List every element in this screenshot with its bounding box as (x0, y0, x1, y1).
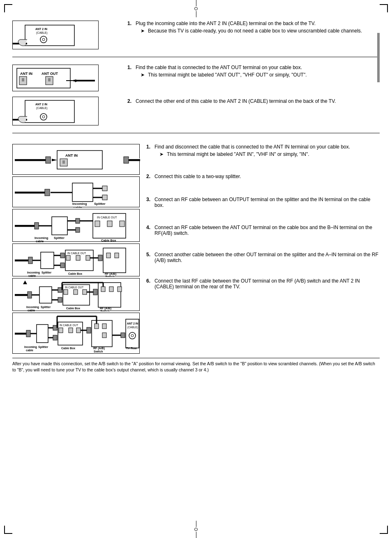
corner-mark-tr (380, 4, 388, 12)
svg-rect-78 (86, 255, 90, 260)
step3-3-num: 3. (146, 197, 153, 208)
svg-text:cable: cable (26, 349, 33, 352)
svg-rect-102 (64, 290, 68, 295)
step3-3-text: Connect an RF cable between an OUTPUT te… (154, 197, 370, 208)
svg-rect-93 (28, 292, 32, 298)
step2-1-arrow: ➤ (141, 72, 146, 78)
svg-text:Incoming: Incoming (24, 346, 37, 349)
svg-text:ANT IN: ANT IN (20, 72, 32, 76)
svg-rect-139 (102, 333, 106, 338)
svg-rect-59 (107, 221, 112, 227)
step2-1-num: 1. (127, 65, 134, 78)
svg-rect-132 (69, 328, 73, 333)
step3-1-sub-text: This terminal might be labeled "ANT IN",… (167, 151, 309, 157)
svg-text:Incoming: Incoming (27, 271, 40, 274)
svg-rect-76 (66, 255, 70, 260)
svg-text:Splitter: Splitter (94, 202, 106, 206)
svg-text:Switch: Switch (100, 310, 110, 311)
svg-rect-42 (102, 195, 107, 200)
step3-1-content: Find and disconnect the cable that is co… (154, 144, 380, 157)
svg-text:Splitter: Splitter (54, 236, 65, 240)
section3-diag5: IN CABLE OUT Incoming (12, 278, 140, 311)
svg-rect-138 (102, 324, 106, 329)
svg-rect-31 (124, 157, 129, 163)
step3-6-content: Connect the last RF cable between the OU… (154, 278, 380, 290)
svg-rect-131 (59, 328, 63, 333)
step2-1-content: Find the cable that is connected to the … (136, 65, 380, 78)
section3-svg6: IN CABLE OUT (13, 313, 140, 354)
svg-rect-135 (87, 327, 91, 333)
svg-text:Cable Box: Cable Box (66, 307, 80, 310)
step2-2-num: 2. (127, 98, 134, 104)
section1-text-col: 1. Plug the incoming cable into the ANT … (127, 21, 380, 49)
step1-1-sub: ➤ Because this TV is cable-ready, you do… (136, 28, 380, 34)
svg-rect-58 (95, 221, 100, 227)
svg-text:Incoming: Incoming (72, 202, 87, 206)
step3-1-arrow: ➤ (159, 151, 165, 157)
svg-point-4 (42, 38, 45, 41)
svg-rect-54 (76, 227, 80, 232)
step3-4-text: Connect an RF cable between the ANT OUT … (154, 225, 372, 236)
svg-rect-30 (62, 160, 65, 164)
step3-4-content: Connect an RF cable between the ANT OUT … (154, 225, 380, 236)
svg-text:ANT OUT: ANT OUT (42, 72, 58, 76)
step3-4-num: 4. (146, 225, 153, 236)
step1-1-arrow: ➤ (141, 28, 146, 34)
svg-rect-123 (37, 325, 48, 343)
svg-text:TV Rear: TV Rear (126, 347, 137, 350)
svg-text:ANT 2 IN: ANT 2 IN (35, 103, 47, 106)
svg-rect-81 (103, 248, 126, 273)
svg-rect-104 (83, 290, 87, 295)
step3-2: 2. Connect this cable to a two-way split… (146, 174, 380, 179)
svg-text:Incoming: Incoming (26, 306, 39, 309)
svg-point-21 (42, 116, 45, 118)
svg-rect-106 (93, 289, 97, 295)
svg-rect-80 (98, 255, 102, 261)
step3-6-text: Connect the last RF cable between the OU… (154, 278, 360, 290)
svg-rect-17 (25, 100, 74, 123)
svg-rect-13 (48, 78, 51, 81)
top-center-mark (194, 0, 198, 17)
svg-rect-77 (76, 255, 80, 260)
svg-text:IN  CABLE  OUT: IN CABLE OUT (97, 216, 117, 219)
section2-diagram-col: ANT IN ANT OUT (12, 65, 119, 125)
section2-diagram1: ANT IN ANT OUT (12, 65, 99, 91)
step3-5-num: 5. (146, 252, 153, 263)
svg-rect-94 (39, 287, 52, 303)
svg-rect-103 (74, 290, 78, 295)
svg-text:IN CABLE OUT: IN CABLE OUT (60, 324, 78, 327)
svg-rect-0 (25, 25, 74, 46)
svg-rect-128 (53, 335, 57, 340)
svg-rect-25 (46, 157, 51, 163)
section3-diag6: IN CABLE OUT (12, 313, 140, 354)
svg-text:ANT 2 IN: ANT 2 IN (35, 28, 47, 30)
section2-diagram2: ANT 2 IN (CABLE) (12, 97, 99, 125)
section3-diag3: IN CABLE OUT Incoming cable Splitter Cab… (12, 209, 140, 242)
section3-diag1: ANT IN (12, 144, 140, 175)
step3-4: 4. Connect an RF cable between the ANT O… (146, 225, 380, 236)
step1-1-sub-text: Because this TV is cable-ready, you do n… (148, 28, 362, 34)
section3: ANT IN (12, 144, 380, 354)
bottom-center-mark (194, 521, 198, 538)
svg-rect-108 (101, 287, 105, 292)
section2-svg1: ANT IN ANT OUT (13, 65, 99, 91)
svg-text:Cable Box: Cable Box (61, 347, 75, 350)
svg-rect-122 (26, 330, 30, 337)
svg-marker-90 (23, 281, 27, 284)
svg-rect-82 (106, 253, 111, 258)
step3-2-content: Connect this cable to a two-way splitter… (154, 174, 380, 179)
corner-mark-tl (4, 4, 12, 12)
svg-rect-110 (118, 287, 122, 292)
svg-text:cable: cable (28, 274, 36, 277)
svg-text:(CABLE): (CABLE) (36, 107, 48, 110)
section1-svg: ANT 2 IN (CABLE) (13, 21, 98, 49)
svg-text:Cable Box: Cable Box (68, 272, 82, 275)
svg-marker-26 (52, 159, 57, 161)
step3-3-content: Connect an RF cable between an OUTPUT te… (154, 197, 380, 208)
step3-6: 6. Connect the last RF cable between the… (146, 278, 380, 290)
step1-1: 1. Plug the incoming cable into the ANT … (127, 21, 380, 34)
step3-5: 5. Connect another cable between the oth… (146, 252, 380, 263)
section1: ANT 2 IN (CABLE) 1. Plug the incoming ca… (12, 21, 380, 49)
svg-text:(CABLE): (CABLE) (36, 31, 48, 35)
svg-rect-68 (41, 252, 54, 269)
